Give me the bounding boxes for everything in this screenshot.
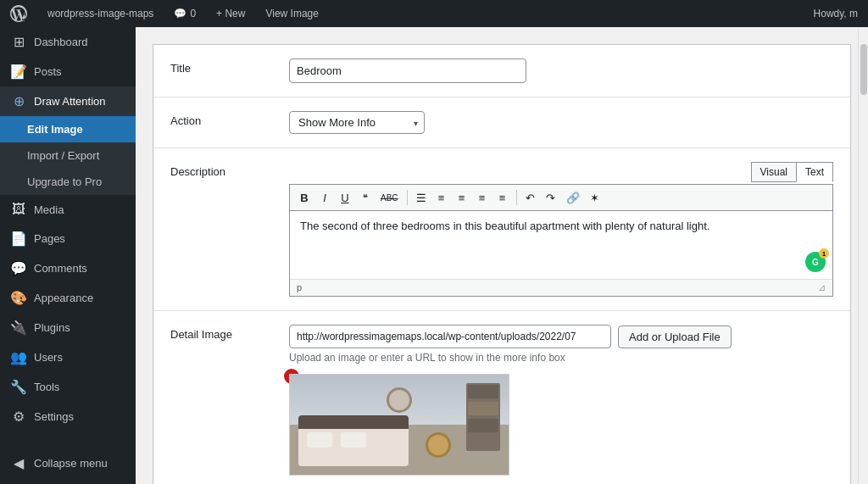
sidebar-item-users[interactable]: 👥 Users [0, 342, 136, 372]
action-select-wrap: Show More Info Open URL None ▾ [289, 111, 425, 134]
preview-image [289, 374, 509, 476]
sidebar-item-tools[interactable]: 🔧 Tools [0, 372, 136, 402]
editor-toolbar: B I U ❝ ABC ☰ ≡ ≡ ≡ ≡ ↶ [290, 185, 832, 211]
site-name-bar-item[interactable]: wordpress-image-maps [44, 8, 157, 19]
bedroom-simulation [290, 375, 509, 475]
add-upload-file-button[interactable]: Add or Upload File [618, 325, 732, 348]
sidebar: ⊞ Dashboard 📝 Posts ⊕ Draw Attention Edi… [0, 27, 136, 484]
detail-image-label: Detail Image [170, 325, 289, 341]
sidebar-item-comments[interactable]: 💬 Comments [0, 253, 136, 283]
scrollbar-thumb[interactable] [860, 44, 867, 95]
admin-bar: wordpress-image-maps 💬 0 + New View Imag… [0, 0, 868, 27]
draw-attention-icon: ⊕ [10, 93, 27, 109]
sidebar-item-dashboard[interactable]: ⊞ Dashboard [0, 27, 136, 57]
mirror [387, 387, 412, 413]
editor-body[interactable]: The second of three bedrooms in this bea… [290, 211, 832, 279]
toolbar-blockquote-button[interactable]: ❝ [356, 188, 375, 207]
users-icon: 👥 [10, 349, 27, 365]
content-area: Title Action Show More Info Open URL Non… [153, 44, 851, 484]
toolbar-underline-button[interactable]: U [336, 188, 354, 207]
sidebar-item-upgrade[interactable]: Upgrade to Pro [0, 169, 136, 195]
sidebar-dashboard-label: Dashboard [34, 36, 88, 48]
shelf-item-1 [468, 385, 498, 398]
new-label: + New [216, 8, 245, 19]
howdy-item[interactable]: Howdy, m [810, 8, 861, 19]
title-input[interactable] [289, 58, 526, 83]
detail-image-row: Detail Image Add or Upload File Upload a… [153, 311, 850, 484]
sidebar-edit-image-label: Edit Image [27, 123, 83, 136]
sidebar-item-import-export[interactable]: Import / Export [0, 142, 136, 169]
bed [298, 415, 409, 466]
sidebar-appearance-label: Appearance [34, 292, 93, 304]
toolbar-undo-button[interactable]: ↶ [521, 188, 540, 207]
title-label: Title [170, 58, 289, 75]
sidebar-posts-label: Posts [34, 65, 62, 78]
bed-pillow-right [341, 432, 366, 448]
appearance-icon: 🎨 [10, 290, 27, 306]
detail-image-field: Add or Upload File Upload an image or en… [289, 325, 833, 364]
view-image-label: View Image [265, 8, 318, 19]
settings-icon: ⚙ [10, 409, 27, 425]
new-bar-item[interactable]: + New [213, 8, 248, 19]
bed-pillow-left [307, 432, 332, 448]
grammarly-button[interactable]: G 1 [805, 252, 826, 272]
editor-wrap: B I U ❝ ABC ☰ ≡ ≡ ≡ ≡ ↶ [289, 184, 833, 297]
sidebar-item-posts[interactable]: 📝 Posts [0, 57, 136, 86]
tab-text[interactable]: Text [796, 162, 833, 182]
sidebar-item-plugins[interactable]: 🔌 Plugins [0, 313, 136, 342]
view-image-bar-item[interactable]: View Image [262, 8, 321, 19]
sidebar-item-media[interactable]: 🖼 Media [0, 195, 136, 224]
editor-tabs: Visual Text [289, 162, 833, 182]
sidebar-item-collapse[interactable]: ◀ Collapse menu [0, 448, 136, 478]
sidebar-comments-label: Comments [34, 262, 87, 275]
toolbar-redo-button[interactable]: ↷ [542, 188, 560, 207]
sidebar-tools-label: Tools [34, 381, 59, 393]
toolbar-align-right-button[interactable]: ≡ [493, 188, 512, 207]
description-row: Description Visual Text B I U ❝ ABC [153, 148, 850, 311]
sidebar-item-pages[interactable]: 📄 Pages [0, 224, 136, 253]
sidebar-import-export-label: Import / Export [27, 149, 99, 162]
title-row: Title [153, 45, 850, 97]
detail-image-url-input[interactable] [289, 325, 611, 348]
sidebar-media-label: Media [34, 203, 64, 216]
description-field: Visual Text B I U ❝ ABC ☰ ≡ [289, 162, 833, 297]
tab-visual[interactable]: Visual [751, 162, 796, 182]
main-content: Title Action Show More Info Open URL Non… [136, 27, 868, 484]
comments-sidebar-icon: 💬 [10, 260, 27, 276]
sidebar-item-settings[interactable]: ⚙ Settings [0, 402, 136, 431]
action-label: Action [170, 111, 289, 127]
shelf [466, 383, 500, 451]
toolbar-separator-2 [516, 190, 517, 205]
editor-resize-handle[interactable]: ⊿ [818, 282, 826, 293]
sidebar-item-draw-attention[interactable]: ⊕ Draw Attention [0, 86, 136, 116]
wp-logo-button[interactable] [7, 5, 31, 22]
comments-bar-item[interactable]: 💬 0 [170, 8, 199, 19]
toolbar-italic-button[interactable]: I [315, 188, 334, 207]
sidebar-draw-attention-label: Draw Attention [34, 95, 106, 108]
toolbar-bullet-list-button[interactable]: ☰ [412, 188, 431, 207]
toolbar-strikethrough-button[interactable]: ABC [376, 188, 403, 207]
action-select[interactable]: Show More Info Open URL None [289, 111, 425, 134]
bed-headboard [298, 415, 409, 429]
sidebar-item-appearance[interactable]: 🎨 Appearance [0, 283, 136, 313]
toolbar-align-left-button[interactable]: ≡ [453, 188, 471, 207]
description-label: Description [170, 162, 289, 178]
shelf-item-2 [468, 402, 498, 415]
shelf-item-3 [468, 419, 498, 432]
comments-count: 0 [190, 8, 196, 19]
sidebar-plugins-label: Plugins [34, 321, 70, 334]
sidebar-item-edit-image[interactable]: Edit Image [0, 116, 136, 142]
toolbar-align-center-button[interactable]: ≡ [473, 188, 492, 207]
toolbar-bold-button[interactable]: B [295, 188, 314, 207]
toolbar-embed-button[interactable]: ✶ [586, 188, 604, 207]
editor-footer-tag: p [297, 282, 302, 293]
image-preview-section: – [170, 367, 509, 478]
description-text: The second of three bedrooms in this bea… [300, 220, 709, 232]
dashboard-icon: ⊞ [10, 34, 27, 50]
toolbar-separator-1 [407, 190, 408, 205]
tools-icon: 🔧 [10, 379, 27, 395]
sidebar-settings-label: Settings [34, 410, 74, 423]
toolbar-number-list-button[interactable]: ≡ [432, 188, 451, 207]
toolbar-link-button[interactable]: 🔗 [562, 188, 584, 207]
scrollbar[interactable] [858, 27, 868, 484]
